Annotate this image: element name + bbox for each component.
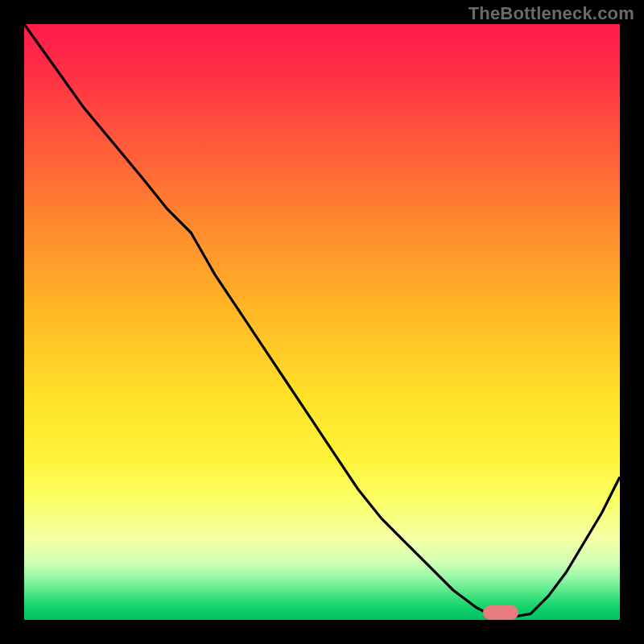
watermark-text: TheBottleneck.com [469, 3, 634, 24]
curve-overlay [24, 24, 620, 620]
optimal-marker [483, 605, 518, 620]
plot-area [24, 24, 620, 620]
bottleneck-curve [24, 24, 620, 617]
chart-frame: TheBottleneck.com [0, 0, 644, 644]
